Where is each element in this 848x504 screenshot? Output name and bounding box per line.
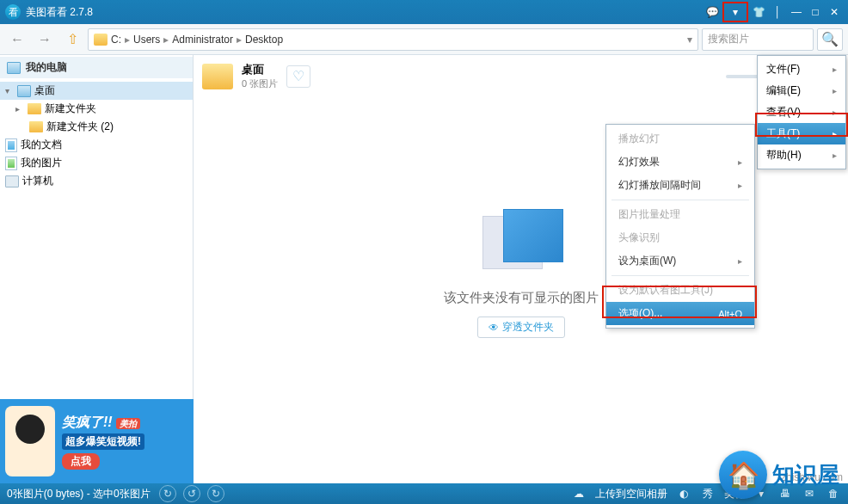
app-title: 美图看看 2.7.8 (26, 5, 704, 20)
search-button[interactable]: 🔍 (817, 28, 843, 51)
search-placeholder: 搜索图片 (708, 32, 749, 46)
tree-item-computer[interactable]: 计算机 (0, 172, 193, 190)
titlebar: 看 美图看看 2.7.8 💬 ▾ 👕 │ — □ ✕ (0, 0, 848, 24)
ad-character (5, 406, 55, 476)
chevron-right-icon: ▸ (833, 108, 837, 117)
toolbar: ← → ⇧ C: ▸ Users ▸ Administrator ▸ Deskt… (0, 24, 848, 55)
ad-line1: 笑疯了!! (62, 415, 113, 429)
tree: ▾ 桌面 ▸ 新建文件夹 新建文件夹 (2) 我的文档 我的图片 (0, 78, 193, 194)
breadcrumb-item[interactable]: Users (133, 34, 160, 46)
breadcrumb-drive[interactable]: C: (111, 34, 121, 46)
rotate-left-icon[interactable]: ↺ (183, 485, 200, 502)
weibo-icon[interactable]: ◐ (676, 486, 691, 501)
rotate-right-icon[interactable]: ↻ (207, 485, 224, 502)
sidebar: 我的电脑 ▾ 桌面 ▸ 新建文件夹 新建文件夹 (2) 我的文档 (0, 55, 194, 483)
sidebar-header: 我的电脑 (0, 57, 193, 78)
chevron-down-icon[interactable]: ▾ (687, 34, 692, 46)
close-button[interactable]: ✕ (826, 4, 843, 20)
app-icon: 看 (5, 4, 21, 20)
tree-label: 桌面 (34, 83, 55, 98)
menu-trigger-icon[interactable]: ▾ (727, 4, 744, 20)
main-panel: 桌面 0 张图片 ♡ 序 ▾ 该文件夹没有可显示的图片 👁 穿透文件夹 (194, 55, 848, 483)
folder-icon (202, 64, 233, 89)
upload-label[interactable]: 上传到空间相册 (595, 487, 667, 501)
menu-trigger-highlight: ▾ (722, 2, 748, 22)
folder-icon (28, 103, 41, 114)
main-menu: 文件(F)▸ 编辑(E)▸ 查看(V)▸ 工具(T)▸ 帮助(H)▸ (757, 55, 846, 169)
tree-label: 新建文件夹 (2) (46, 120, 114, 134)
chevron-right-icon: ▸ (163, 34, 169, 46)
breadcrumb-item[interactable]: Administrator (172, 34, 233, 46)
submenu-options[interactable]: 选项(O)...Alt+O (606, 302, 754, 325)
chevron-right-icon: ▸ (833, 151, 837, 160)
cloud-icon[interactable]: ☁ (571, 486, 587, 501)
tree-label: 我的文档 (21, 138, 62, 152)
menu-file[interactable]: 文件(F)▸ (758, 58, 845, 80)
forward-button[interactable]: → (33, 28, 57, 52)
site-logo: 🏠 知识屋 (719, 451, 839, 499)
folder-icon (29, 121, 43, 132)
collapse-icon[interactable]: ▾ (5, 86, 14, 95)
maximize-button[interactable]: □ (807, 4, 824, 20)
menu-tools[interactable]: 工具(T)▸ (758, 123, 845, 144)
shirt-icon[interactable]: 👕 (750, 4, 767, 20)
chevron-right-icon: ▸ (125, 34, 130, 46)
tree-label: 计算机 (22, 174, 53, 188)
refresh-icon[interactable]: ↻ (159, 485, 176, 502)
submenu-wallpaper[interactable]: 设为桌面(W)▸ (606, 249, 754, 273)
chevron-right-icon: ▸ (237, 34, 242, 46)
see-through-button[interactable]: 👁 穿透文件夹 (477, 317, 565, 338)
chevron-right-icon: ▸ (738, 256, 742, 266)
tree-item-folder[interactable]: ▸ 新建文件夹 (0, 100, 193, 118)
document-icon (5, 138, 17, 152)
chevron-right-icon: ▸ (833, 65, 837, 74)
favorite-button[interactable]: ♡ (286, 65, 310, 88)
submenu-slide-effect[interactable]: 幻灯效果▸ (606, 151, 754, 174)
drive-icon (94, 34, 108, 46)
ad-text: 笑疯了!! 美拍 超多爆笑短视频! 点我 (62, 414, 144, 470)
menu-edit[interactable]: 编辑(E)▸ (758, 80, 845, 101)
ad-line2: 超多爆笑短视频! (62, 433, 144, 450)
picture-icon (5, 157, 17, 170)
search-input[interactable]: 搜索图片 (702, 28, 814, 51)
back-button[interactable]: ← (5, 28, 29, 52)
ad-brand: 美拍 (116, 418, 140, 429)
submenu-batch[interactable]: 图片批量处理 (606, 203, 754, 226)
ad-button[interactable]: 点我 (62, 453, 100, 470)
tree-item-mypics[interactable]: 我的图片 (0, 154, 193, 172)
submenu-slide-interval[interactable]: 幻灯播放间隔时间▸ (606, 174, 754, 197)
body: 我的电脑 ▾ 桌面 ▸ 新建文件夹 新建文件夹 (2) 我的文档 (0, 55, 848, 483)
tree-item-mydocs[interactable]: 我的文档 (0, 136, 193, 154)
tree-item-folder[interactable]: 新建文件夹 (2) (0, 118, 193, 136)
logo-text: 知识屋 (772, 460, 839, 490)
chevron-right-icon: ▸ (738, 157, 742, 167)
up-button[interactable]: ⇧ (60, 28, 84, 52)
breadcrumb-item[interactable]: Desktop (245, 34, 283, 46)
menu-view[interactable]: 查看(V)▸ (758, 101, 845, 123)
submenu-default-viewer[interactable]: 设为默认看图工具(J) (606, 279, 754, 302)
expand-icon[interactable]: ▸ (15, 104, 24, 114)
tree-label: 我的图片 (21, 156, 62, 170)
breadcrumb[interactable]: C: ▸ Users ▸ Administrator ▸ Desktop ▾ (88, 28, 698, 51)
separator-icon: │ (769, 4, 786, 20)
folder-header: 桌面 0 张图片 ♡ 序 ▾ (194, 55, 848, 97)
menu-help[interactable]: 帮助(H)▸ (758, 144, 845, 166)
ad-banner[interactable]: 笑疯了!! 美拍 超多爆笑短视频! 点我 (0, 399, 194, 483)
empty-image-icon (476, 209, 566, 278)
sidebar-header-label: 我的电脑 (26, 60, 67, 75)
submenu-slideshow[interactable]: 播放幻灯 (606, 127, 754, 151)
tree-item-desktop[interactable]: ▾ 桌面 (0, 82, 193, 100)
folder-name: 桌面 (242, 62, 278, 77)
chat-icon[interactable]: 💬 (704, 4, 721, 20)
status-text: 0张图片(0 bytes) - 选中0张图片 (7, 487, 151, 501)
tools-submenu: 播放幻灯 幻灯效果▸ 幻灯播放间隔时间▸ 图片批量处理 头像识别 设为桌面(W)… (605, 124, 755, 329)
computer-icon (7, 62, 21, 74)
minimize-button[interactable]: — (788, 4, 805, 20)
logo-icon: 🏠 (719, 451, 767, 499)
submenu-face[interactable]: 头像识别 (606, 226, 754, 249)
pc-icon (5, 175, 19, 187)
tree-label: 新建文件夹 (45, 101, 96, 116)
chevron-right-icon: ▸ (833, 86, 837, 95)
xiu-icon[interactable]: 秀 (700, 486, 716, 501)
eye-icon: 👁 (489, 322, 499, 334)
